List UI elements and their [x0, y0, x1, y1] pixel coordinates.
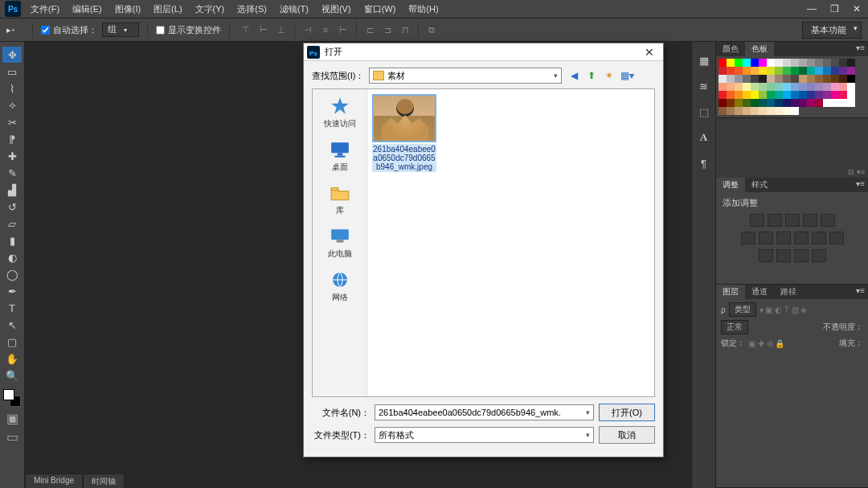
shape-tool-icon[interactable]: ▢ [2, 334, 22, 350]
swatch-cell[interactable] [791, 91, 799, 99]
swatch-cell[interactable] [823, 83, 831, 91]
place-thispc[interactable]: 此电脑 [313, 223, 366, 266]
swatch-cell[interactable] [743, 67, 751, 75]
swatch-cell[interactable] [759, 83, 767, 91]
swatch-cell[interactable] [815, 99, 823, 107]
active-tool-indicator[interactable]: ▸+ [6, 23, 24, 37]
filename-field[interactable]: 261ba404eabee0a0650dc79d0665b946_wmk. [375, 404, 594, 420]
swatch-cell[interactable] [783, 83, 791, 91]
swatch-cell[interactable] [751, 99, 759, 107]
tab-minibridge[interactable]: Mini Bridge [25, 474, 83, 488]
swatch-cell[interactable] [791, 83, 799, 91]
lasso-tool-icon[interactable]: ⌇ [2, 80, 22, 96]
swatch-cell[interactable] [783, 91, 791, 99]
close-button[interactable]: ✕ [845, 2, 868, 16]
swatch-cell[interactable] [823, 99, 831, 107]
dialog-titlebar[interactable]: Ps 打开 ✕ [304, 43, 663, 61]
menu-help[interactable]: 帮助(H) [402, 0, 444, 18]
swatch-cell[interactable] [799, 67, 807, 75]
swatch-cell[interactable] [775, 99, 783, 107]
path-select-tool-icon[interactable]: ↖ [2, 317, 22, 333]
swatch-cell[interactable] [799, 91, 807, 99]
swatch-cell[interactable] [791, 75, 799, 83]
view-menu-icon[interactable]: ▦▾ [620, 68, 634, 83]
filetype-field[interactable]: 所有格式 [375, 427, 594, 443]
tab-styles[interactable]: 样式 [745, 178, 774, 192]
swatch-cell[interactable] [735, 75, 743, 83]
swatch-cell[interactable] [823, 91, 831, 99]
magic-wand-tool-icon[interactable]: ✧ [2, 97, 22, 113]
swatch-cell[interactable] [727, 75, 735, 83]
auto-select-checkbox[interactable] [41, 26, 50, 35]
swatch-cell[interactable] [823, 75, 831, 83]
swatch-cell[interactable] [807, 83, 815, 91]
swatch-cell[interactable] [799, 75, 807, 83]
dock-char-icon[interactable]: A [695, 129, 713, 146]
menu-image[interactable]: 图像(I) [108, 0, 147, 18]
swatch-cell[interactable] [839, 59, 847, 67]
swatch-cell[interactable] [839, 83, 847, 91]
swatch-cell[interactable] [751, 91, 759, 99]
swatch-cell[interactable] [751, 75, 759, 83]
swatch-cell[interactable] [767, 91, 775, 99]
align-vmid-icon[interactable]: ⊢ [256, 22, 272, 38]
adj-gradmap-icon[interactable] [794, 249, 809, 262]
tab-swatches[interactable]: 色板 [745, 42, 774, 56]
minimize-button[interactable]: — [800, 2, 823, 16]
swatch-cell[interactable] [759, 91, 767, 99]
move-tool-icon[interactable]: ✥ [2, 47, 22, 63]
heal-tool-icon[interactable]: ✚ [2, 148, 22, 164]
swatch-cell[interactable] [799, 99, 807, 107]
swatch-cell[interactable] [735, 91, 743, 99]
swatch-cell[interactable] [847, 99, 855, 107]
swatch-cell[interactable] [831, 99, 839, 107]
swatch-cell[interactable] [775, 67, 783, 75]
swatch-cell[interactable] [799, 83, 807, 91]
swatch-cell[interactable] [783, 59, 791, 67]
swatch-cell[interactable] [839, 91, 847, 99]
swatch-cell[interactable] [775, 83, 783, 91]
swatch-cell[interactable] [775, 107, 783, 115]
swatch-cell[interactable] [743, 59, 751, 67]
swatch-cell[interactable] [831, 75, 839, 83]
lookin-dropdown[interactable]: 素材 [369, 68, 562, 84]
cancel-button[interactable]: 取消 [599, 426, 655, 444]
swatch-cell[interactable] [847, 83, 855, 91]
eyedropper-tool-icon[interactable]: ⁋ [2, 131, 22, 147]
menu-type[interactable]: 文字(Y) [189, 0, 231, 18]
tab-timeline[interactable]: 时间轴 [83, 474, 125, 488]
swatch-cell[interactable] [751, 67, 759, 75]
swatch-cell[interactable] [775, 75, 783, 83]
panel-menu-icon[interactable]: ▾≡ [853, 178, 868, 192]
swatch-cell[interactable] [823, 67, 831, 75]
swatch-cell[interactable] [743, 91, 751, 99]
swatch-cell[interactable] [743, 107, 751, 115]
tab-paths[interactable]: 路径 [774, 285, 803, 299]
swatch-cell[interactable] [727, 67, 735, 75]
type-tool-icon[interactable]: T [2, 300, 22, 316]
eraser-tool-icon[interactable]: ▱ [2, 215, 22, 232]
adj-photo-icon[interactable] [776, 232, 791, 244]
swatch-cell[interactable] [743, 99, 751, 107]
adj-bw-icon[interactable] [759, 232, 773, 244]
swatch-cell[interactable] [783, 75, 791, 83]
panel-menu-icon[interactable]: ▾≡ [853, 42, 868, 56]
blur-tool-icon[interactable]: ◐ [2, 249, 22, 265]
swatch-cell[interactable] [735, 99, 743, 107]
panel-menu-icon[interactable]: ▾≡ [853, 285, 868, 299]
nav-up-icon[interactable]: ⬆ [584, 68, 599, 83]
swatch-cell[interactable] [783, 67, 791, 75]
adj-selcolor-icon[interactable] [812, 249, 826, 262]
color-swatch[interactable] [3, 389, 21, 407]
nav-recent-icon[interactable]: ✶ [602, 68, 616, 83]
swatch-cell[interactable] [831, 67, 839, 75]
gradient-tool-icon[interactable]: ▮ [2, 232, 22, 248]
restore-button[interactable]: ❐ [823, 2, 845, 16]
swatch-cell[interactable] [727, 107, 735, 115]
quickmask-icon[interactable]: ▣ [2, 411, 22, 425]
swatch-cell[interactable] [799, 59, 807, 67]
dist-3-icon[interactable]: ⊓ [397, 22, 413, 38]
adj-levels-icon[interactable] [768, 214, 782, 227]
swatch-cell[interactable] [727, 99, 735, 107]
tab-layers[interactable]: 图层 [716, 285, 745, 299]
